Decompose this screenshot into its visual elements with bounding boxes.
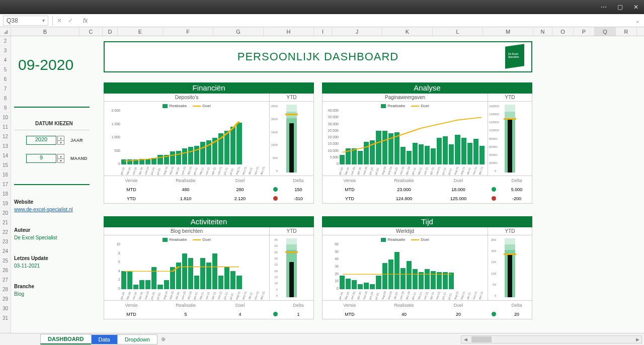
fx-icon[interactable]: fx	[83, 17, 88, 24]
cancel-formula-icon[interactable]: ✕	[57, 17, 62, 24]
author-label: Auteur	[14, 227, 57, 233]
brand-logo-icon: De Excel Specialist	[503, 45, 526, 68]
row-header[interactable]: 18	[0, 189, 11, 199]
panel-metrics: VersieRealisatieDoelDelta MTD541	[104, 301, 314, 319]
year-spinner[interactable]: ▲▼	[57, 136, 64, 145]
update-value: 03-11-2021	[14, 263, 48, 269]
col-header[interactable]: N	[533, 27, 552, 36]
row-header[interactable]: 23	[0, 237, 11, 246]
col-header[interactable]: D	[103, 27, 118, 36]
col-header[interactable]: E	[118, 27, 163, 36]
update-label: Letzes Update	[14, 255, 48, 261]
scroll-thumb[interactable]	[471, 336, 492, 342]
branche-label: Branche	[14, 284, 34, 289]
name-box[interactable]: Q38	[3, 16, 48, 26]
col-header[interactable]: H	[264, 27, 314, 36]
scroll-right-icon[interactable]: ▶	[633, 337, 641, 342]
row-header[interactable]: 4	[0, 55, 11, 65]
col-header[interactable]: F	[163, 27, 213, 36]
period-title: 09-2020	[18, 56, 73, 73]
date-section-label: DATUM KIEZEN	[35, 121, 73, 126]
row-header[interactable]: 5	[0, 65, 11, 74]
row-header[interactable]: 15	[0, 160, 11, 170]
main-chart: RealisatieDoel1086420jan-20feb-20mrt-20a…	[104, 235, 269, 300]
row-headers[interactable]: 2345678910111213141516171819202122232425…	[0, 36, 11, 333]
row-header[interactable]: 11	[0, 122, 11, 132]
panel-metrics: VersieRealisatieDoelDelta MTD480280150YT…	[104, 176, 314, 204]
row-header[interactable]: 12	[0, 132, 11, 141]
more-icon[interactable]: ⋯	[599, 4, 609, 11]
row-header[interactable]: 31	[0, 313, 11, 323]
branche-value: Blog	[14, 291, 34, 297]
panel-tijd: Tijd WerktijdYTD RealisatieDoel605040302…	[322, 216, 532, 319]
row-header[interactable]: 25	[0, 256, 11, 266]
row-header[interactable]: 22	[0, 227, 11, 237]
col-header[interactable]: G	[213, 27, 264, 36]
scroll-left-icon[interactable]: ◀	[461, 337, 469, 342]
row-header[interactable]: 3	[0, 46, 11, 55]
select-all-cell[interactable]: ◢	[0, 27, 11, 36]
year-input[interactable]: 2020	[26, 136, 56, 145]
row-header[interactable]: 26	[0, 266, 11, 275]
horizontal-scrollbar[interactable]: ◀ ▶	[461, 335, 642, 343]
panel-metrics: VersieRealisatieDoelDelta MTD402020	[322, 301, 532, 319]
worksheet[interactable]: 2345678910111213141516171819202122232425…	[0, 36, 644, 333]
row-header[interactable]: 28	[0, 285, 11, 294]
col-header[interactable]: K	[382, 27, 433, 36]
tab-dashboard[interactable]: DASHBOARD	[40, 334, 92, 344]
row-header[interactable]: 2	[0, 36, 11, 46]
row-header[interactable]: 13	[0, 141, 11, 151]
row-header[interactable]: 6	[0, 74, 11, 84]
col-header[interactable]: Q	[595, 27, 616, 36]
row-header[interactable]: 17	[0, 180, 11, 189]
chart-subtitle: Paginaweergaven	[323, 94, 488, 101]
col-header[interactable]: J	[332, 27, 382, 36]
expand-formula-icon[interactable]: ⌄	[631, 17, 644, 24]
ytd-label: YTD	[269, 94, 313, 101]
row-header[interactable]: 27	[0, 275, 11, 285]
chart-subtitle: Werktijd	[323, 227, 488, 235]
row-header[interactable]: 30	[0, 304, 11, 313]
tab-dropdown[interactable]: Dropdown	[117, 334, 157, 344]
col-header[interactable]: P	[574, 27, 595, 36]
maximize-icon[interactable]: ▢	[615, 4, 625, 11]
month-input[interactable]: 9	[26, 154, 56, 163]
panel-title: Tijd	[322, 216, 532, 227]
col-header[interactable]: C	[79, 27, 103, 36]
close-icon[interactable]: ✕	[631, 4, 641, 11]
grid-area[interactable]: 09-2020 DATUM KIEZEN 2020 ▲▼ JAAR 9 ▲▼ M…	[11, 36, 644, 333]
row-header[interactable]: 7	[0, 84, 11, 94]
panel-title: Activiteiten	[104, 216, 314, 227]
panel-act: Activiteiten Blog berichtenYTD Realisati…	[104, 216, 314, 319]
col-header[interactable]: I	[314, 27, 332, 36]
col-header[interactable]: O	[552, 27, 574, 36]
col-header[interactable]: L	[433, 27, 483, 36]
ytd-chart: 1600001400001200001000008000060000400002…	[488, 102, 532, 176]
enter-formula-icon[interactable]: ✓	[68, 17, 73, 24]
website-link[interactable]: www.de-excel-specialist.nl	[14, 207, 73, 212]
row-header[interactable]: 14	[0, 151, 11, 160]
formula-input[interactable]	[88, 16, 631, 26]
column-headers[interactable]: ◢ B C D E F G H I J K L M N O P Q R	[0, 27, 644, 36]
row-header[interactable]: 29	[0, 294, 11, 304]
main-chart: RealisatieDoel2.0001.5001.0005000jan-20f…	[104, 102, 269, 176]
row-header[interactable]: 9	[0, 103, 11, 113]
row-header[interactable]: 24	[0, 246, 11, 256]
author-value: De Excel Specialist	[14, 235, 57, 240]
add-sheet-icon[interactable]: ⊕	[161, 336, 166, 342]
col-header[interactable]: B	[11, 27, 79, 36]
row-header[interactable]: 10	[0, 113, 11, 122]
month-spinner[interactable]: ▲▼	[57, 154, 64, 163]
col-header[interactable]: R	[616, 27, 637, 36]
year-label: JAAR	[70, 138, 83, 143]
row-header[interactable]: 19	[0, 199, 11, 208]
month-label: MAAND	[70, 156, 88, 161]
row-header[interactable]: 8	[0, 94, 11, 103]
page-title: PERSOONLIJK DASHBOARD	[237, 50, 399, 63]
row-header[interactable]: 21	[0, 218, 11, 227]
row-header[interactable]: 20	[0, 208, 11, 218]
col-header[interactable]: M	[483, 27, 533, 36]
row-header[interactable]: 16	[0, 170, 11, 180]
ytd-label: YTD	[488, 227, 532, 235]
tab-data[interactable]: Data	[91, 334, 118, 344]
